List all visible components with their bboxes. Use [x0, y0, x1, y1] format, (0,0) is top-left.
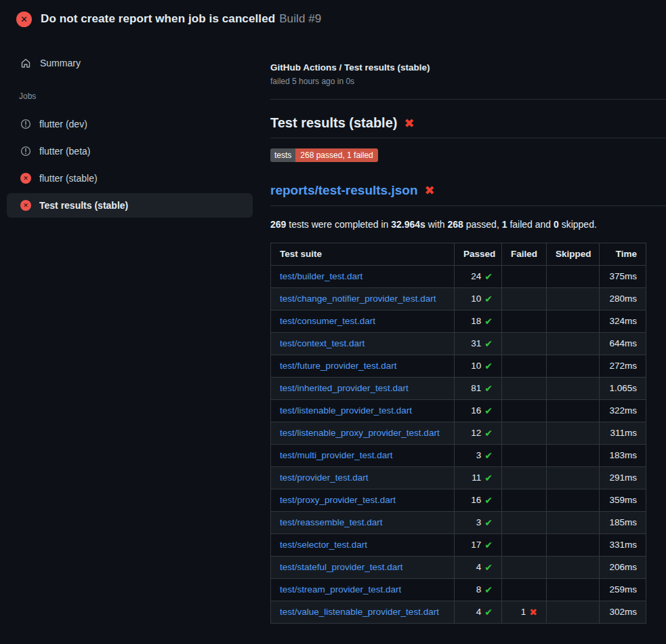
test-suite-link[interactable]: test/consumer_test.dart	[280, 316, 375, 326]
passed-cell-value: 17	[471, 538, 481, 552]
home-icon	[20, 58, 31, 68]
failed-cell	[502, 378, 547, 400]
test-suite-link[interactable]: test/stream_provider_test.dart	[280, 584, 401, 595]
cross-icon: ✖	[529, 607, 537, 617]
report-file-link[interactable]: reports/test-results.json	[270, 183, 418, 198]
passed-cell-value: 16	[471, 494, 481, 507]
test-results-table: Test suite Passed Failed Skipped Time te…	[270, 243, 646, 624]
passed-cell-value: 31	[471, 337, 481, 350]
test-suite-link[interactable]: test/inherited_provider_test.dart	[280, 383, 409, 393]
test-suite-link[interactable]: test/reassemble_test.dart	[280, 517, 383, 527]
col-header-skipped: Skipped	[547, 243, 600, 266]
sidebar-item-test-results-stable[interactable]: ✕Test results (stable)	[7, 193, 253, 218]
skipped-cell	[547, 310, 600, 333]
passed-cell: 12✔	[455, 422, 502, 445]
skipped-cell	[547, 601, 600, 624]
table-row: test/multi_provider_test.dart3✔183ms	[271, 445, 646, 467]
skipped-cell	[547, 288, 600, 310]
test-suite-link[interactable]: test/listenable_provider_test.dart	[280, 405, 412, 416]
skipped-cell	[547, 557, 600, 579]
time-cell: 302ms	[600, 601, 646, 624]
failed-cell	[502, 422, 547, 445]
failed-cell: 1✖	[502, 601, 547, 624]
time-cell: 644ms	[600, 333, 646, 355]
failed-cell	[502, 288, 547, 310]
failed-count: 1	[502, 219, 507, 230]
col-header-failed: Failed	[502, 243, 547, 266]
sidebar-item-flutter-stable[interactable]: ✕flutter (stable)	[7, 166, 253, 190]
time-cell: 331ms	[600, 534, 646, 557]
passed-cell-value: 12	[471, 426, 481, 440]
test-suite-cell: test/proxy_provider_test.dart	[271, 489, 455, 512]
check-icon: ✔	[484, 361, 493, 371]
failed-cell	[502, 489, 547, 512]
skipped-cell	[547, 489, 600, 512]
time-cell: 272ms	[600, 355, 646, 378]
breadcrumb: GitHub Actions / Test results (stable)	[270, 62, 666, 73]
page-title: Do not create report when job is cancell…	[41, 12, 321, 26]
sidebar-item-flutter-dev[interactable]: flutter (dev)	[7, 112, 253, 136]
time-cell: 375ms	[600, 266, 646, 288]
duration: 32.964s	[391, 219, 425, 230]
test-suite-link[interactable]: test/stateful_provider_test.dart	[280, 562, 403, 572]
table-row: test/value_listenable_provider_test.dart…	[271, 601, 646, 624]
test-suite-cell: test/provider_test.dart	[271, 467, 455, 489]
test-suite-link[interactable]: test/listenable_proxy_provider_test.dart	[280, 428, 440, 438]
table-row: test/listenable_provider_test.dart16✔322…	[271, 400, 646, 422]
passed-cell-value: 4	[476, 605, 482, 619]
main-content: GitHub Actions / Test results (stable) f…	[259, 38, 666, 624]
table-header-row: Test suite Passed Failed Skipped Time	[271, 243, 646, 266]
skipped-cell	[547, 467, 600, 489]
sidebar-item-summary[interactable]: Summary	[0, 55, 259, 71]
passed-cell-value: 16	[471, 404, 481, 418]
badge-label: tests	[270, 148, 295, 162]
report-title: reports/test-results.json ✖	[270, 183, 666, 206]
test-suite-cell: test/stream_provider_test.dart	[271, 579, 455, 601]
sidebar: Summary Jobs flutter (dev)flutter (beta)…	[0, 38, 259, 218]
failed-cell	[502, 534, 547, 557]
sidebar-summary-label: Summary	[40, 58, 81, 68]
passed-cell: 31✔	[455, 333, 502, 355]
col-header-time: Time	[600, 243, 646, 266]
test-suite-link[interactable]: test/provider_test.dart	[280, 472, 369, 483]
col-header-passed: Passed	[455, 243, 502, 266]
failed-cell	[502, 445, 547, 467]
test-suite-link[interactable]: test/value_listenable_provider_test.dart	[280, 607, 439, 617]
test-suite-cell: test/consumer_test.dart	[271, 310, 455, 333]
passed-cell: 10✔	[455, 355, 502, 378]
failed-cell	[502, 579, 547, 601]
test-suite-link[interactable]: test/context_test.dart	[280, 338, 365, 348]
test-suite-link[interactable]: test/selector_test.dart	[280, 540, 367, 550]
test-suite-link[interactable]: test/builder_test.dart	[280, 271, 362, 281]
divider	[270, 99, 666, 100]
check-icon: ✔	[484, 294, 493, 304]
sidebar-item-flutter-beta[interactable]: flutter (beta)	[7, 139, 253, 163]
test-suite-link[interactable]: test/future_provider_test.dart	[280, 361, 397, 371]
test-suite-link[interactable]: test/change_notifier_provider_test.dart	[280, 294, 436, 304]
check-icon: ✔	[484, 518, 493, 527]
table-row: test/change_notifier_provider_test.dart1…	[271, 288, 646, 310]
alert-circle-icon	[20, 146, 31, 157]
failed-x-circle-icon: ✕	[20, 173, 31, 184]
passed-cell: 24✔	[455, 266, 502, 288]
skipped-cell	[547, 355, 600, 378]
passed-cell: 11✔	[455, 467, 502, 489]
test-suite-cell: test/inherited_provider_test.dart	[271, 378, 455, 400]
failed-cell	[502, 333, 547, 355]
passed-cell: 16✔	[455, 400, 502, 422]
check-icon: ✔	[484, 272, 493, 281]
skipped-cell	[547, 400, 600, 422]
failed-cell	[502, 266, 547, 288]
test-suite-link[interactable]: test/multi_provider_test.dart	[280, 450, 393, 460]
table-row: test/reassemble_test.dart3✔185ms	[271, 512, 646, 534]
table-row: test/listenable_proxy_provider_test.dart…	[271, 422, 646, 445]
passed-cell-value: 11	[472, 471, 481, 485]
table-row: test/proxy_provider_test.dart16✔359ms	[271, 489, 646, 512]
test-suite-link[interactable]: test/proxy_provider_test.dart	[280, 495, 396, 505]
passed-cell-value: 8	[476, 583, 482, 597]
test-suite-cell: test/change_notifier_provider_test.dart	[271, 288, 455, 310]
check-icon: ✔	[484, 563, 493, 572]
passed-cell: 4✔	[455, 601, 502, 624]
results-summary: 269 tests were completed in 32.964s with…	[270, 219, 666, 230]
col-header-test-suite: Test suite	[271, 243, 455, 266]
